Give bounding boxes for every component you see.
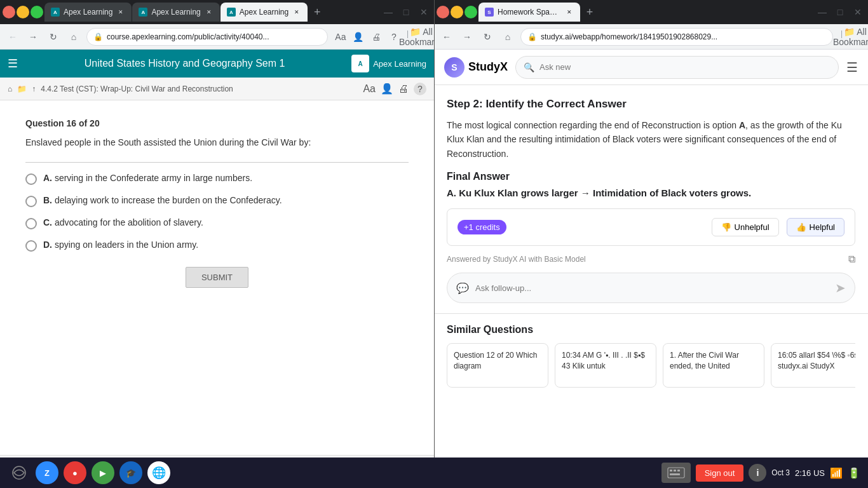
studyx-logo-text: StudyX: [468, 60, 508, 74]
unhelpful-button[interactable]: 👎 Unhelpful: [712, 218, 779, 236]
similar-card-2-text: 10:34 AM G '▪. III . .II $▪$ 43 Klik unt…: [562, 351, 645, 370]
translate-btn[interactable]: Aa: [333, 29, 348, 44]
back-btn[interactable]: ←: [5, 29, 20, 44]
right-forward-btn[interactable]: →: [459, 29, 475, 44]
option-d[interactable]: D. spying on leaders in the Union army.: [25, 240, 409, 252]
lock-icon: 🔒: [93, 32, 103, 41]
up-icon[interactable]: ↑: [32, 85, 36, 93]
tab-label-1: Apex Learning: [64, 8, 112, 17]
quiz-content: Question 16 of 20 Enslaved people in the…: [0, 100, 434, 455]
option-a[interactable]: A. serving in the Confederate army in la…: [25, 173, 409, 185]
minimize-btn[interactable]: —: [381, 4, 396, 20]
window-max-btn[interactable]: [31, 6, 43, 18]
right-minimize-btn[interactable]: —: [815, 4, 830, 20]
studyx-search-bar[interactable]: 🔍: [515, 56, 839, 79]
search-input[interactable]: [539, 62, 831, 72]
info-icon[interactable]: i: [749, 464, 766, 482]
edu-app-icon[interactable]: 🎓: [119, 461, 142, 484]
option-c[interactable]: C. advocating for the abolition of slave…: [25, 217, 409, 229]
new-tab-btn[interactable]: +: [308, 3, 326, 21]
right-restore-btn[interactable]: □: [832, 4, 848, 20]
right-bookmarks-btn[interactable]: 📁 All Bookmarks: [848, 29, 863, 44]
similar-cards-container: Question 12 of 20 Which diagram 10:34 AM…: [447, 343, 855, 388]
tab-label-3: Apex Learning: [240, 8, 288, 17]
home-breadcrumb-icon[interactable]: ⌂: [8, 85, 12, 93]
studyx-tab-label: Homework Space - StudyX: [498, 8, 561, 17]
taskbar: Z ● ▶ 🎓 🌐 Sign out i Oct 3 2:16 US 📶 🔋: [0, 458, 868, 488]
studyx-favicon: S: [485, 8, 494, 17]
option-b[interactable]: B. delaying work to increase the burden …: [25, 195, 409, 207]
translate-icon[interactable]: Aa: [363, 83, 376, 95]
right-close-btn[interactable]: ✕: [850, 4, 865, 20]
thumbs-down-icon: 👎: [721, 222, 731, 232]
copy-icon[interactable]: ⧉: [848, 254, 855, 265]
tab-studyx[interactable]: S Homework Space - StudyX ✕: [478, 3, 580, 22]
reload-btn[interactable]: ↻: [46, 29, 61, 44]
tab-apex-1[interactable]: A Apex Learning ✕: [44, 3, 132, 22]
thumbs-up-icon: 👍: [796, 222, 806, 232]
url-bar-right[interactable]: 🔒 studyx.ai/webapp/homework/184195019028…: [520, 28, 833, 46]
radio-a[interactable]: [25, 173, 37, 185]
studyx-menu-icon[interactable]: ☰: [846, 60, 858, 75]
studyx-tab-close[interactable]: ✕: [565, 8, 574, 17]
tab-apex-3[interactable]: A Apex Learning ✕: [220, 3, 308, 22]
radio-c[interactable]: [25, 218, 37, 229]
apex-logo: A Apex Learning: [351, 55, 426, 72]
right-reload-btn[interactable]: ↻: [480, 29, 495, 44]
svg-rect-5: [670, 473, 680, 475]
option-c-text: C. advocating for the abolition of slave…: [43, 217, 203, 227]
similar-divider: [434, 313, 868, 314]
green-app-icon[interactable]: ▶: [92, 461, 114, 484]
taskbar-network-icon[interactable]: [8, 461, 31, 484]
keyboard-icon[interactable]: [661, 463, 691, 483]
profile-btn[interactable]: 👤: [351, 29, 366, 44]
final-answer-text: A. Ku Klux Klan grows larger → Intimidat…: [447, 187, 855, 198]
right-window-min-btn[interactable]: [451, 6, 463, 18]
similar-card-4-text: 16:05 allarl $54 \%$ ◦6s studyx.ai Study…: [778, 351, 855, 370]
similar-card-4[interactable]: 16:05 allarl $54 \%$ ◦6s studyx.ai Study…: [771, 343, 855, 388]
print-btn[interactable]: 🖨: [369, 29, 384, 44]
right-home-btn[interactable]: ⌂: [500, 29, 515, 44]
tab-close-1[interactable]: ✕: [116, 8, 125, 17]
right-new-tab-btn[interactable]: +: [581, 3, 599, 21]
red-app-icon[interactable]: ●: [64, 461, 86, 484]
studyx-logo: S StudyX: [444, 57, 508, 78]
close-window-btn[interactable]: ✕: [416, 4, 431, 20]
follow-up-bar[interactable]: 💬 ➤: [447, 273, 855, 303]
folder-icon[interactable]: 📁: [17, 85, 27, 93]
breadcrumb-text: 4.4.2 Test (CST): Wrap-Up: Civil War and…: [41, 85, 233, 93]
menu-icon[interactable]: ☰: [8, 57, 18, 71]
similar-card-1[interactable]: Question 12 of 20 Which diagram: [447, 343, 548, 388]
zoom-icon[interactable]: Z: [36, 461, 58, 484]
send-icon[interactable]: ➤: [835, 280, 846, 295]
submit-button[interactable]: SUBMIT: [186, 267, 248, 288]
sign-out-button[interactable]: Sign out: [696, 464, 744, 482]
similar-card-2[interactable]: 10:34 AM G '▪. III . .II $▪$ 43 Klik unt…: [555, 343, 656, 388]
left-tab-bar: A Apex Learning ✕ A Apex Learning ✕ A Ap…: [0, 0, 434, 24]
radio-d[interactable]: [25, 240, 37, 252]
radio-b[interactable]: [25, 196, 37, 207]
follow-up-input[interactable]: [475, 283, 829, 293]
right-window-close-btn[interactable]: [437, 6, 449, 18]
restore-btn[interactable]: □: [398, 4, 414, 20]
chrome-icon[interactable]: 🌐: [147, 461, 170, 484]
window-min-btn[interactable]: [17, 6, 29, 18]
forward-btn[interactable]: →: [25, 29, 41, 44]
user-icon[interactable]: 👤: [381, 83, 393, 95]
right-window-max-btn[interactable]: [465, 6, 477, 18]
question-icon[interactable]: ?: [414, 83, 426, 95]
wifi-icon: 📶: [830, 467, 843, 479]
similar-card-3[interactable]: 1. After the Civil War ended, the United: [663, 343, 764, 388]
helpful-button[interactable]: 👍 Helpful: [787, 218, 844, 236]
right-back-btn[interactable]: ←: [439, 29, 454, 44]
window-close-btn[interactable]: [3, 6, 15, 18]
tab-close-2[interactable]: ✕: [205, 8, 214, 17]
bookmarks-btn[interactable]: 📁 All Bookmarks: [414, 29, 429, 44]
tab-apex-2[interactable]: A Apex Learning ✕: [132, 3, 219, 22]
home-btn[interactable]: ⌂: [66, 29, 81, 44]
answer-body: The most logical connection regarding th…: [447, 118, 855, 161]
print-breadcrumb-icon[interactable]: 🖨: [398, 83, 409, 95]
answered-by-bar: Answered by StudyX AI with Basic Model ⧉: [447, 251, 855, 273]
url-bar-left[interactable]: 🔒 course.apexlearning.com/public/activit…: [86, 28, 328, 46]
tab-close-3[interactable]: ✕: [292, 8, 301, 17]
